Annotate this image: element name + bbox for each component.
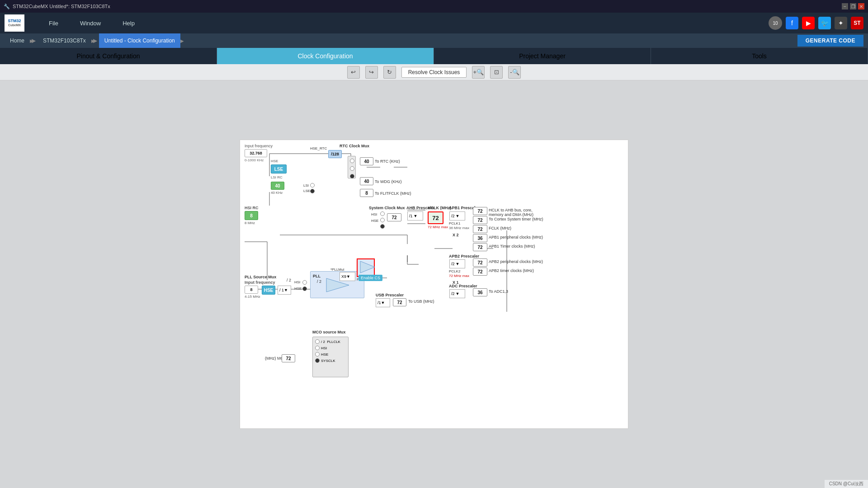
- rtc-radio-1[interactable]: [350, 159, 354, 163]
- adc-prescaler-label: ADC Prescaler: [449, 284, 477, 288]
- youtube-icon[interactable]: ▶: [802, 17, 815, 29]
- main-area: Input frequency 32.768 0-1000 KHz RTC Cl…: [0, 80, 868, 488]
- apb1-timer-value[interactable]: 72: [473, 243, 487, 251]
- tab-clock[interactable]: Clock Configuration: [217, 48, 434, 64]
- x9-dropdown[interactable]: X9 ▼: [340, 272, 355, 281]
- lsi-rc-label-text: LSI RC: [271, 175, 283, 179]
- tab-tools[interactable]: Tools: [651, 48, 868, 64]
- sysclk-radio-hse[interactable]: [380, 218, 385, 222]
- apb2-periph-label: APB2 peripheral clocks (MHz): [489, 259, 543, 264]
- tab-pinout[interactable]: Pinout & Configuration: [0, 48, 217, 64]
- pll-hsi-label: HSI: [294, 280, 300, 284]
- svg-marker-23: [360, 261, 375, 273]
- pll-hse-radio[interactable]: [302, 286, 307, 291]
- zoom-out-button[interactable]: -🔍: [508, 66, 521, 79]
- to-flit-value[interactable]: 8: [360, 189, 373, 197]
- tab-project[interactable]: Project Manager: [434, 48, 651, 64]
- facebook-icon[interactable]: f: [786, 17, 798, 29]
- cortex-timer-value[interactable]: 72: [473, 216, 487, 224]
- hclk-value-box[interactable]: 72: [428, 211, 443, 224]
- x2-label: X 2: [453, 233, 459, 237]
- hse-rtc-label: HSE_RTC: [310, 146, 327, 150]
- resolve-clock-button[interactable]: Resolve Clock Issues: [401, 67, 467, 78]
- apb1-periph-value[interactable]: 36: [473, 234, 487, 242]
- twitter-icon[interactable]: 🐦: [818, 17, 831, 29]
- hsi-mux-label: HSI: [371, 212, 377, 216]
- lsi-radio[interactable]: [310, 183, 315, 188]
- to-wdg-value[interactable]: 40: [360, 177, 373, 185]
- pllmul-label: *PLLMul: [330, 267, 344, 272]
- mco-sysclk-radio[interactable]: [315, 358, 320, 363]
- to-usb-value[interactable]: 72: [393, 298, 406, 306]
- mco-source-mux-label: MCO source Mux: [312, 330, 346, 334]
- mco-hsi-radio[interactable]: [315, 346, 320, 350]
- usb-div-dropdown[interactable]: /1 ▼: [376, 298, 390, 307]
- div2-pll-label: / 2: [287, 278, 291, 282]
- lse-radio[interactable]: [310, 189, 315, 193]
- breadcrumb-device[interactable]: STM32F103C8Tx: [38, 33, 91, 48]
- apb2-timer-value[interactable]: 72: [473, 267, 487, 276]
- input-freq-value[interactable]: 32.768: [245, 149, 267, 157]
- mco-pllclk-radio[interactable]: [315, 339, 320, 344]
- minimize-button[interactable]: −: [842, 3, 848, 9]
- hse-div1-dropdown[interactable]: / 1 ▼: [278, 286, 291, 295]
- zoom-in-button[interactable]: +🔍: [472, 66, 485, 79]
- st-logo-icon[interactable]: ST: [851, 17, 863, 29]
- sysclk-radio-pll[interactable]: [380, 224, 385, 229]
- sysclk-value[interactable]: 72: [387, 213, 401, 221]
- enable-cs-button[interactable]: Enable CS: [359, 275, 382, 281]
- menu-window[interactable]: Window: [69, 13, 112, 33]
- hse-button[interactable]: HSE: [262, 286, 275, 295]
- apb2-timer-label: APB2 timer clocks (MHz): [489, 268, 534, 273]
- breadcrumb-current[interactable]: Untitled - Clock Configuration: [99, 33, 180, 48]
- logo: STM32 CubeMX: [5, 14, 24, 32]
- lse-button[interactable]: LSE: [271, 164, 287, 174]
- network-icon[interactable]: ✦: [835, 17, 847, 29]
- lsi-value-box[interactable]: 40: [271, 182, 284, 190]
- apb1-div-dropdown[interactable]: /2 ▼: [449, 211, 465, 221]
- div128-box: /128: [328, 150, 342, 158]
- menu-file[interactable]: File: [38, 13, 69, 33]
- breadcrumb-home[interactable]: Home: [5, 33, 30, 48]
- restore-button[interactable]: ❐: [850, 3, 856, 9]
- apb2-periph-value[interactable]: 72: [473, 258, 487, 267]
- hclk-ahb-value[interactable]: 72: [473, 207, 487, 215]
- tabbar[interactable]: Pinout & Configuration Clock Configurati…: [0, 48, 868, 64]
- mco-hse-opt: HSE: [321, 352, 328, 357]
- breadcrumb: Home ▶ STM32F103C8Tx ▶ Untitled - Clock …: [0, 33, 868, 48]
- sysclk-radio-hsi[interactable]: [380, 211, 385, 216]
- undo-button[interactable]: ↩: [347, 66, 360, 79]
- redo-button[interactable]: ↪: [365, 66, 378, 79]
- to-flit-label: To FLITFCLK (MHz): [375, 191, 411, 196]
- menu-help[interactable]: Help: [112, 13, 146, 33]
- pclk2-max-label: 72 MHz max: [449, 274, 469, 278]
- fit-button[interactable]: ⊡: [490, 66, 503, 79]
- pll-area: PLL: [310, 271, 364, 298]
- lsi-khz-label: 40 KHz: [271, 191, 283, 195]
- lsi-label: LSI: [303, 183, 309, 188]
- generate-code-button[interactable]: GENERATE CODE: [797, 35, 863, 47]
- fclk-value[interactable]: 72: [473, 225, 487, 233]
- hclk-ahb-label: HCLK to AHB bus, core, memory and DMA (M…: [489, 208, 543, 217]
- statusbar: CSDN @Cui汝西: [825, 480, 868, 488]
- usb-prescaler-label: USB Prescaler: [376, 293, 404, 297]
- adc-div-dropdown[interactable]: /2 ▼: [449, 289, 465, 298]
- menu-items[interactable]: File Window Help: [38, 13, 146, 33]
- window-controls[interactable]: − ❐ ✕: [842, 3, 864, 9]
- apb1-timer-label: APB1 Timer clocks (MHz): [489, 244, 535, 249]
- rtc-radio-3[interactable]: [350, 174, 354, 178]
- rtc-radio-2[interactable]: [350, 166, 354, 171]
- close-button[interactable]: ✕: [858, 3, 864, 9]
- ahb-div-dropdown[interactable]: /1 ▼: [407, 211, 423, 221]
- pll-hsi-radio[interactable]: [302, 280, 307, 285]
- apb2-div-dropdown[interactable]: /2 ▼: [449, 259, 465, 268]
- hse-input-value[interactable]: 8: [245, 286, 258, 294]
- refresh-button[interactable]: ↻: [383, 66, 396, 79]
- to-rtc-value[interactable]: 40: [360, 157, 373, 165]
- hsi-value[interactable]: 8: [245, 211, 258, 220]
- mco-hse-radio[interactable]: [315, 352, 320, 357]
- mco-value[interactable]: 72: [282, 354, 295, 362]
- to-adc-value[interactable]: 36: [473, 288, 487, 296]
- version-badge: 10: [769, 16, 782, 30]
- pll-hse-label-2: HSE: [294, 286, 302, 291]
